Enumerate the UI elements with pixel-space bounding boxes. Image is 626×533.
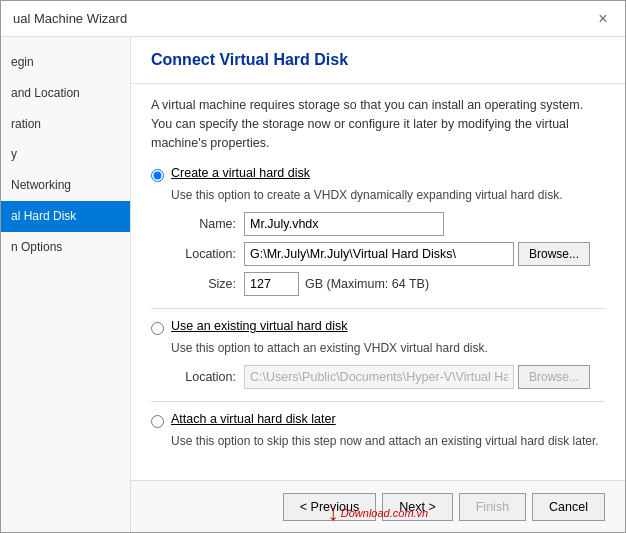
sidebar-item-begin[interactable]: egin — [1, 47, 130, 78]
main-content: Connect Virtual Hard Disk A virtual mach… — [131, 37, 625, 532]
existing-browse-button: Browse... — [518, 365, 590, 389]
finish-button[interactable]: Finish — [459, 493, 526, 521]
existing-option-description: Use this option to attach an existing VH… — [171, 341, 605, 355]
existing-option-label[interactable]: Use an existing virtual hard disk — [171, 319, 347, 333]
size-input[interactable] — [244, 272, 299, 296]
page-description: A virtual machine requires storage so th… — [151, 96, 605, 152]
sidebar-item-options[interactable]: n Options — [1, 232, 130, 263]
next-button[interactable]: Next > — [382, 493, 452, 521]
page-header: Connect Virtual Hard Disk — [131, 37, 625, 84]
sidebar-item-location[interactable]: and Location — [1, 78, 130, 109]
footer: ↓ Download.com.vn < Previous Next > Fini… — [131, 480, 625, 532]
location-input[interactable] — [244, 242, 514, 266]
sidebar-item-networking[interactable]: Networking — [1, 170, 130, 201]
sidebar-item-hard-disk[interactable]: al Hard Disk — [1, 201, 130, 232]
wizard-window: ual Machine Wizard × egin and Location r… — [0, 0, 626, 533]
title-bar: ual Machine Wizard × — [1, 1, 625, 37]
existing-location-row: Location: Browse... — [171, 365, 605, 389]
sidebar: egin and Location ration y Networking al… — [1, 37, 131, 532]
window-title: ual Machine Wizard — [13, 11, 127, 26]
page-body: A virtual machine requires storage so th… — [131, 84, 625, 480]
existing-form: Location: Browse... — [171, 365, 605, 389]
later-radio[interactable] — [151, 415, 164, 428]
close-button[interactable]: × — [593, 9, 613, 29]
create-option-description: Use this option to create a VHDX dynamic… — [171, 188, 605, 202]
wizard-body: egin and Location ration y Networking al… — [1, 37, 625, 532]
existing-location-label: Location: — [171, 370, 236, 384]
size-unit: GB (Maximum: 64 TB) — [305, 277, 429, 291]
create-option-row: Create a virtual hard disk — [151, 166, 605, 182]
size-label: Size: — [171, 277, 236, 291]
existing-radio[interactable] — [151, 322, 164, 335]
cancel-button[interactable]: Cancel — [532, 493, 605, 521]
location-label: Location: — [171, 247, 236, 261]
later-option-label[interactable]: Attach a virtual hard disk later — [171, 412, 336, 426]
create-radio[interactable] — [151, 169, 164, 182]
page-title: Connect Virtual Hard Disk — [151, 51, 605, 69]
later-option-description: Use this option to skip this step now an… — [171, 434, 605, 448]
location-row: Location: Browse... — [171, 242, 605, 266]
name-label: Name: — [171, 217, 236, 231]
existing-option-row: Use an existing virtual hard disk — [151, 319, 605, 335]
name-input[interactable] — [244, 212, 444, 236]
sidebar-item-memory[interactable]: y — [1, 139, 130, 170]
later-option-row: Attach a virtual hard disk later — [151, 412, 605, 428]
name-row: Name: — [171, 212, 605, 236]
size-row: Size: GB (Maximum: 64 TB) — [171, 272, 605, 296]
create-form: Name: Location: Browse... Size: GB (Maxi… — [171, 212, 605, 296]
sidebar-item-generation[interactable]: ration — [1, 109, 130, 140]
create-option-label[interactable]: Create a virtual hard disk — [171, 166, 310, 180]
browse-button[interactable]: Browse... — [518, 242, 590, 266]
existing-location-input — [244, 365, 514, 389]
previous-button[interactable]: < Previous — [283, 493, 376, 521]
